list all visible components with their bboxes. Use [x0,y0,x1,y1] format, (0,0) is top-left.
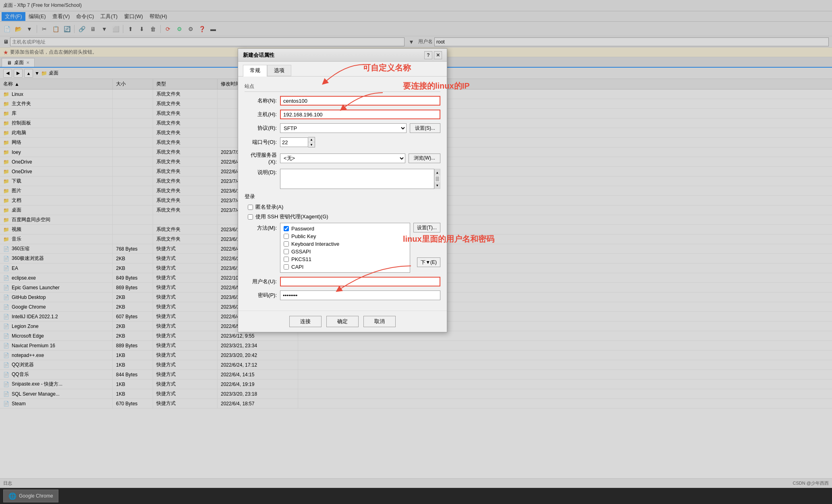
ssh-agent-checkbox[interactable] [248,214,253,220]
password-row: 密码(P): [245,290,440,300]
method-checkbox[interactable] [284,241,289,247]
scroll-down-btn[interactable]: ▼ [435,182,440,189]
dialog-close-btn[interactable]: ✕ [434,51,442,59]
name-input[interactable] [280,96,440,106]
port-spinner: ▲ ▼ [308,137,315,147]
methods-label: 方法(M): [245,224,277,232]
dialog-tab-options[interactable]: 选项 [267,65,291,76]
username-label: 用户名(U): [245,278,277,285]
login-section: 登录 匿名登录(A) 使用 SSH 密钥代理(Xagent)(G) [245,193,440,220]
dialog-title-text: 新建会话属性 [243,52,274,59]
password-label: 密码(P): [245,292,277,299]
method-label: Password [291,226,314,232]
dialog-help-btn[interactable]: ? [424,51,432,59]
port-up-btn[interactable]: ▲ [308,137,315,142]
port-row: 端口号(O): ▲ ▼ [245,137,440,147]
port-label: 端口号(O): [245,139,277,146]
method-label: PKCS11 [291,256,311,262]
anon-label: 匿名登录(A) [255,203,283,211]
method-item: CAPI [284,263,407,271]
methods-list: Password Public Key Keyboard Interactive… [280,223,410,273]
username-row: 用户名(U): [245,277,440,286]
name-label: 名称(N): [245,97,277,104]
login-label: 登录 [245,193,440,200]
port-down-btn[interactable]: ▼ [308,142,315,147]
host-input[interactable] [280,110,440,119]
connect-btn[interactable]: 连接 [289,316,322,327]
method-item: GSSAPI [284,248,407,255]
method-checkbox[interactable] [284,257,289,262]
method-checkbox[interactable] [284,249,289,254]
proxy-select[interactable]: <无> [280,153,405,163]
anon-row: 匿名登录(A) [248,203,440,211]
protocol-select[interactable]: SFTP [280,123,407,133]
dialog-footer: 连接 确定 取消 [238,311,447,332]
desc-row: 说明(D): ▲ ▼ [245,169,440,189]
proxy-label: 代理服务器(X): [245,151,277,165]
method-item: PKCS11 [284,255,407,263]
methods-row: 方法(M): Password Public Key Keyboard Inte… [245,223,440,273]
method-item: Password [284,225,407,232]
port-wrap: ▲ ▼ [280,137,315,147]
username-input[interactable] [280,277,440,286]
password-input[interactable] [280,290,440,300]
dialog-tabs: 常规 选项 [238,62,447,77]
methods-down-btn[interactable]: 下▼(E) [417,257,440,267]
ok-btn[interactable]: 确定 [326,316,359,327]
method-label: CAPI [291,264,303,270]
ssh-agent-label: 使用 SSH 密钥代理(Xagent)(G) [255,213,328,220]
host-label: 主机(H): [245,111,277,118]
desc-textarea[interactable] [280,169,434,189]
protocol-settings-btn[interactable]: 设置(S)... [410,123,440,133]
protocol-row: 协议(R): SFTP 设置(S)... [245,123,440,133]
cancel-btn[interactable]: 取消 [363,316,396,327]
proxy-row: 代理服务器(X): <无> 浏览(W)... [245,151,440,165]
ssh-agent-row: 使用 SSH 密钥代理(Xagent)(G) [248,213,440,220]
dialog-title-actions: ? ✕ [424,51,442,59]
method-checkbox[interactable] [284,264,289,270]
dialog-tab-general[interactable]: 常规 [243,65,267,77]
port-input[interactable] [280,137,308,147]
desc-scrollbar[interactable]: ▲ ▼ [434,169,440,189]
methods-settings-btn[interactable]: 设置(T)... [413,223,440,232]
method-checkbox[interactable] [284,226,289,231]
proxy-browse-btn[interactable]: 浏览(W)... [409,153,440,163]
method-label: Keyboard Interactive [291,241,339,247]
host-row: 主机(H): [245,110,440,119]
method-label: GSSAPI [291,249,311,255]
name-row: 名称(N): [245,96,440,106]
site-section-label: 站点 [245,83,440,92]
scroll-up-btn[interactable]: ▲ [435,169,440,176]
method-label: Public Key [291,233,316,239]
scroll-thumb [436,176,439,181]
protocol-label: 协议(R): [245,124,277,132]
dialog-body: 站点 名称(N): 主机(H): 协议(R): SFTP 设置(S)... 端口… [238,77,447,311]
new-session-dialog: 新建会话属性 ? ✕ 常规 选项 站点 名称(N): 主机(H): 协议(R):… [238,48,447,332]
methods-side: 设置(T)... 下▼(E) [413,223,440,267]
dialog-title-bar: 新建会话属性 ? ✕ [238,49,447,62]
method-item: Public Key [284,232,407,240]
method-item: Keyboard Interactive [284,240,407,248]
desc-label: 说明(D): [245,169,277,176]
anon-checkbox[interactable] [248,205,253,210]
desc-textarea-wrap: ▲ ▼ [280,169,440,189]
method-checkbox[interactable] [284,234,289,239]
